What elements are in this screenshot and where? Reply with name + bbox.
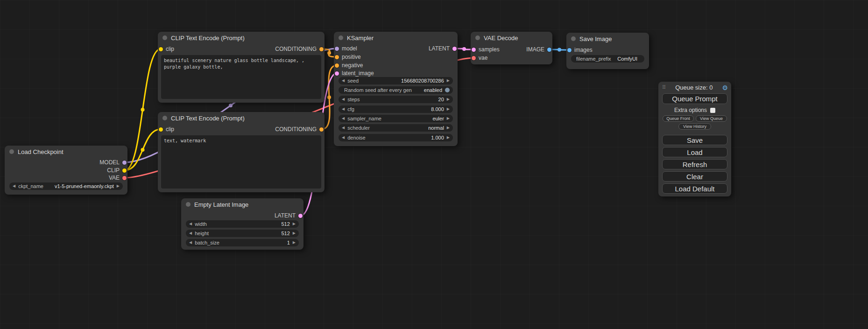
slot-label: LATENT bbox=[429, 45, 450, 52]
node-save-image[interactable]: Save Image images filename_prefix ComfyU… bbox=[566, 33, 649, 69]
ckpt-name-widget[interactable]: ◀ ckpt_name v1-5-pruned-emaonly.ckpt ▶ bbox=[9, 182, 123, 190]
negative-input-port[interactable] bbox=[335, 63, 339, 68]
view-queue-button[interactable]: View Queue bbox=[696, 115, 727, 122]
node-empty-latent-image[interactable]: Empty Latent Image LATENT ◀ width 512 ▶ … bbox=[181, 198, 303, 250]
denoise-widget[interactable]: ◀ denoise 1.000 ▶ bbox=[339, 134, 453, 141]
clip-input-port[interactable] bbox=[159, 127, 163, 132]
node-title-bar[interactable]: KSampler bbox=[334, 32, 458, 44]
node-clip-text-encode-positive[interactable]: CLIP Text Encode (Prompt) clip CONDITION… bbox=[158, 32, 325, 103]
decrement-icon[interactable]: ◀ bbox=[189, 222, 192, 226]
collapse-dot-icon[interactable] bbox=[9, 149, 14, 154]
slot-label: IMAGE bbox=[526, 46, 544, 53]
queue-prompt-button[interactable]: Queue Prompt bbox=[662, 93, 727, 104]
model-output-port[interactable] bbox=[122, 161, 127, 165]
node-title-bar[interactable]: Save Image bbox=[566, 33, 649, 45]
node-vae-decode[interactable]: VAE Decode samples vae IMAGE bbox=[471, 32, 552, 64]
steps-widget[interactable]: ◀ steps 20 ▶ bbox=[339, 96, 453, 103]
prev-value-icon[interactable]: ◀ bbox=[13, 184, 15, 188]
images-input-port[interactable] bbox=[567, 48, 572, 52]
next-value-icon[interactable]: ▶ bbox=[447, 117, 450, 120]
latent-output-port[interactable] bbox=[452, 47, 457, 51]
prompt-textarea[interactable]: text, watermark bbox=[161, 135, 321, 189]
collapse-dot-icon[interactable] bbox=[339, 35, 343, 40]
sampler-name-widget[interactable]: ◀ sampler_name euler ▶ bbox=[339, 115, 453, 122]
scheduler-widget[interactable]: ◀ scheduler normal ▶ bbox=[339, 124, 453, 132]
clear-button[interactable]: Clear bbox=[662, 171, 727, 182]
increment-icon[interactable]: ▶ bbox=[447, 98, 450, 101]
output-slot-conditioning: CONDITIONING bbox=[275, 46, 324, 52]
filename-prefix-widget[interactable]: filename_prefix ComfyUI bbox=[571, 55, 644, 63]
next-value-icon[interactable]: ▶ bbox=[117, 184, 120, 188]
increment-icon[interactable]: ▶ bbox=[293, 222, 296, 226]
toggle-icon[interactable] bbox=[445, 88, 450, 92]
load-button[interactable]: Load bbox=[662, 147, 727, 157]
output-slot-vae: VAE bbox=[109, 175, 127, 181]
node-load-checkpoint[interactable]: Load Checkpoint MODEL CLIP VAE ◀ ckpt_na… bbox=[5, 146, 127, 195]
vae-input-port[interactable] bbox=[472, 56, 476, 60]
collapse-dot-icon[interactable] bbox=[571, 36, 576, 41]
conditioning-output-port[interactable] bbox=[319, 127, 324, 132]
collapse-dot-icon[interactable] bbox=[475, 35, 480, 40]
increment-icon[interactable]: ▶ bbox=[293, 241, 296, 245]
increment-icon[interactable]: ▶ bbox=[447, 107, 450, 111]
widget-label: ckpt_name bbox=[18, 183, 52, 189]
width-widget[interactable]: ◀ width 512 ▶ bbox=[186, 220, 299, 228]
node-clip-text-encode-negative[interactable]: CLIP Text Encode (Prompt) clip CONDITION… bbox=[158, 112, 325, 192]
clip-input-port[interactable] bbox=[159, 47, 163, 51]
random-seed-widget[interactable]: Random seed after every gen enabled bbox=[339, 86, 453, 94]
widget-value: 156680208700286 bbox=[401, 78, 444, 84]
vae-output-port[interactable] bbox=[122, 176, 127, 180]
decrement-icon[interactable]: ◀ bbox=[342, 136, 345, 140]
prompt-textarea[interactable]: beautiful scenery nature glass bottle la… bbox=[161, 55, 321, 99]
increment-icon[interactable]: ▶ bbox=[293, 231, 296, 235]
node-title-bar[interactable]: Empty Latent Image bbox=[181, 198, 303, 210]
height-widget[interactable]: ◀ height 512 ▶ bbox=[186, 230, 299, 237]
slot-label: CLIP bbox=[107, 167, 120, 174]
decrement-icon[interactable]: ◀ bbox=[189, 241, 192, 245]
drag-handle-icon[interactable]: ⠿ bbox=[662, 84, 666, 91]
latent-output-port[interactable] bbox=[298, 214, 303, 218]
widget-value: 1.000 bbox=[431, 135, 444, 140]
node-title: CLIP Text Encode (Prompt) bbox=[171, 35, 245, 42]
output-slot-model: MODEL bbox=[99, 159, 127, 166]
node-title-bar[interactable]: Load Checkpoint bbox=[5, 146, 127, 158]
decrement-icon[interactable]: ◀ bbox=[189, 231, 192, 235]
extra-options-checkbox[interactable] bbox=[710, 108, 715, 113]
save-button[interactable]: Save bbox=[662, 135, 727, 145]
input-slot-positive: positive bbox=[335, 54, 361, 60]
queue-front-button[interactable]: Queue Front bbox=[663, 115, 694, 122]
collapse-dot-icon[interactable] bbox=[186, 202, 191, 207]
collapse-dot-icon[interactable] bbox=[162, 35, 167, 40]
input-slot-model: model bbox=[335, 45, 357, 52]
prev-value-icon[interactable]: ◀ bbox=[342, 126, 345, 130]
cfg-widget[interactable]: ◀ cfg 8.000 ▶ bbox=[339, 105, 453, 113]
collapse-dot-icon[interactable] bbox=[162, 116, 167, 120]
next-value-icon[interactable]: ▶ bbox=[447, 126, 450, 130]
node-ksampler[interactable]: KSampler model positive negative latent_… bbox=[334, 32, 458, 146]
node-title-bar[interactable]: CLIP Text Encode (Prompt) bbox=[158, 112, 325, 124]
increment-icon[interactable]: ▶ bbox=[447, 79, 450, 83]
increment-icon[interactable]: ▶ bbox=[447, 136, 450, 140]
node-title-bar[interactable]: VAE Decode bbox=[471, 32, 552, 44]
decrement-icon[interactable]: ◀ bbox=[342, 107, 345, 111]
view-history-button[interactable]: View History bbox=[678, 123, 711, 130]
prev-value-icon[interactable]: ◀ bbox=[342, 117, 345, 120]
widget-label: filename_prefix bbox=[574, 56, 614, 62]
conditioning-output-port[interactable] bbox=[319, 47, 324, 51]
settings-gear-icon[interactable]: ⚙ bbox=[722, 84, 728, 91]
latent-image-input-port[interactable] bbox=[335, 71, 339, 76]
load-default-button[interactable]: Load Default bbox=[662, 183, 727, 194]
seed-widget[interactable]: ◀ seed 156680208700286 ▶ bbox=[339, 77, 453, 84]
refresh-button[interactable]: Refresh bbox=[662, 159, 727, 169]
model-input-port[interactable] bbox=[335, 47, 339, 51]
output-slot-latent: LATENT bbox=[275, 212, 303, 219]
samples-input-port[interactable] bbox=[472, 48, 476, 52]
node-title-bar[interactable]: CLIP Text Encode (Prompt) bbox=[158, 32, 325, 44]
node-title: Empty Latent Image bbox=[194, 201, 248, 208]
batch-size-widget[interactable]: ◀ batch_size 1 ▶ bbox=[186, 239, 299, 246]
clip-output-port[interactable] bbox=[122, 168, 127, 173]
decrement-icon[interactable]: ◀ bbox=[342, 79, 345, 83]
image-output-port[interactable] bbox=[547, 48, 551, 52]
positive-input-port[interactable] bbox=[335, 55, 339, 59]
decrement-icon[interactable]: ◀ bbox=[342, 98, 345, 101]
